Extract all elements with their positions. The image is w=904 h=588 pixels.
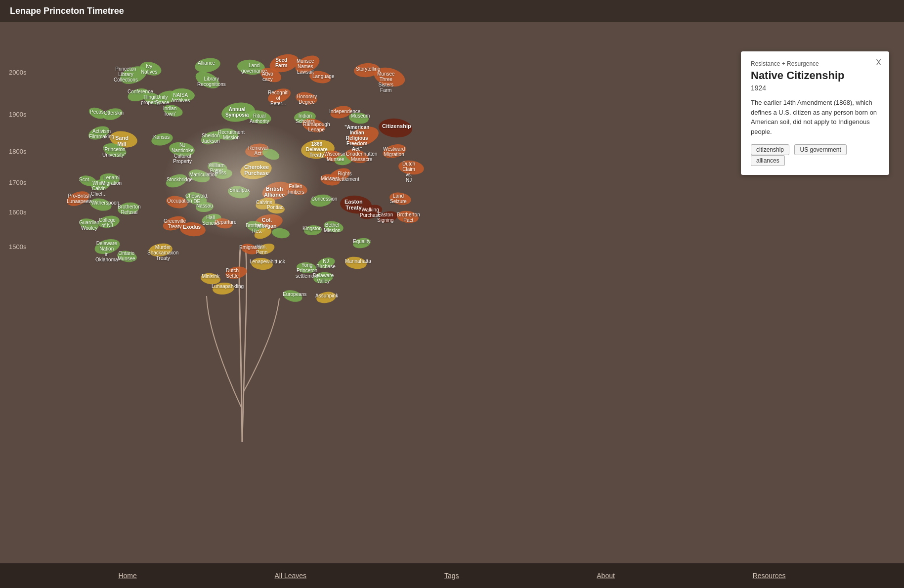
leaf-museum[interactable]: Museum (351, 113, 370, 119)
leaf-land-seizure[interactable]: LandSeizure (390, 193, 407, 204)
leaf-lenami-migration[interactable]: LenamiMigration (101, 175, 122, 186)
leaf-nassau[interactable]: Nassau (196, 203, 213, 209)
leaf-alliance[interactable]: Alliance (198, 60, 215, 66)
leaf-murder-shackamaxon-treaty[interactable]: MurderShackamaxonTreaty (147, 245, 178, 261)
leaf-munsee-names-lawsuit[interactable]: MunseeNamesLawsuit (297, 58, 314, 75)
leaf-smallpox[interactable]: Smallpox (229, 187, 250, 193)
leaf-sand-mill[interactable]: SandMill (115, 135, 129, 147)
leaf-fallen-timbers[interactable]: FallenTimbers (287, 184, 304, 195)
leaf-exodus[interactable]: Exodus (183, 224, 201, 230)
leaf-language[interactable]: Language (312, 74, 335, 79)
leaf-william-potter[interactable]: WilliamPotter (209, 163, 224, 173)
leaf-land-governance[interactable]: Landgovernance (241, 63, 267, 74)
leaf-american-indian-religious-freedom-act[interactable]: "AmericanIndianReligiousFreedomAct" (344, 125, 369, 152)
leaf-delaware-valley[interactable]: DelawareValley (313, 273, 334, 284)
nav-about[interactable]: About (597, 572, 615, 580)
leaf-ramapough-lenape[interactable]: RamapoughLenape (303, 122, 330, 132)
leaf-brotherton-refusal[interactable]: BrothertonRefusal (118, 204, 141, 215)
leaf-hall-seneca[interactable]: HallSeneca (202, 215, 219, 226)
leaf-minisink[interactable]: Minisink (202, 274, 219, 279)
leaf-princeton-university[interactable]: "PrincetonUniversity" (102, 147, 126, 158)
leaf-wm-penn[interactable]: Wm.Penn (256, 244, 267, 255)
leaf-bethel-mission[interactable]: BethelMission (324, 222, 341, 233)
leaf-munsee-three-sisters[interactable]: MunseeThreeSistersFarm (377, 71, 395, 93)
leaf-brotherton-res[interactable]: BrothertonRes. (246, 223, 269, 234)
leaf-gnadenhütten[interactable]: GnadenhüttenMassacre (346, 151, 377, 162)
leaf-easton-treaty[interactable]: EastonTreaty (344, 199, 363, 210)
leaf-indian-town[interactable]: IndianTown' (163, 106, 176, 117)
leaf-kingston[interactable]: Kingston (302, 226, 322, 231)
leaf-seed-farm[interactable]: SeedFarm (275, 57, 287, 68)
leaf-ontario-munsee[interactable]: OntarioMunsee (118, 251, 135, 261)
leaf-guardian-wooley[interactable]: GuardianWooley (79, 220, 99, 231)
leaf-kansas[interactable]: Kansas (153, 134, 170, 140)
leaf-lunaapahkling[interactable]: Lunaapahkling (212, 284, 244, 289)
leaf-citizenship[interactable]: Citizenship (382, 123, 411, 129)
leaf-removal-act[interactable]: RemovalAct (248, 145, 267, 156)
leaf-calvins[interactable]: Calvins (256, 200, 272, 205)
tag-us-government[interactable]: US government (794, 144, 846, 155)
nav-tags[interactable]: Tags (444, 572, 459, 580)
leaf-col-morgan[interactable]: Col.Morgan (257, 217, 277, 229)
nav-resources[interactable]: Resources (753, 572, 786, 580)
leaf-advocacy[interactable]: Advocacy (262, 71, 273, 82)
leaf-lenapewihittuck[interactable]: Lenapewihittuck (250, 259, 285, 264)
leaf-ritual-authority[interactable]: RitualAuthority (250, 113, 269, 124)
leaf-stockbridge[interactable]: Stockbridge (167, 177, 193, 182)
leaf-pro-british-lunaapeew[interactable]: Pro-BritishLunaapeew (67, 193, 92, 204)
leaf-occupation[interactable]: Occupation (167, 198, 192, 204)
leaf-concession[interactable]: Concession (311, 196, 337, 202)
leaf-honorary-degree[interactable]: HonoraryDegree (297, 94, 317, 105)
leaf-matriculation[interactable]: Matriculation (189, 172, 217, 177)
leaf-witherspoon[interactable]: Witherspoon (91, 200, 119, 206)
leaf-conference[interactable]: Conference (128, 89, 153, 94)
nav-home[interactable]: Home (118, 572, 136, 580)
leaf-sheldon-jackson[interactable]: SheldonJackson (202, 133, 220, 144)
leaf-delaware-nation-oklahoma[interactable]: DelawareNationinOklahoma (95, 241, 118, 262)
leaf-library-recognitions[interactable]: LibraryRecognitions (197, 76, 226, 87)
leaf-british-alliance[interactable]: BritishAlliance (264, 186, 285, 198)
leaf-1866-delaware-treaty[interactable]: 1866DelawareTreaty (306, 141, 328, 158)
close-panel-button[interactable]: X (876, 58, 881, 67)
leaf-cherokee-purchase[interactable]: CherokeePurchase (244, 164, 269, 176)
leaf-walking-purchase[interactable]: WalkingPurchase (360, 207, 381, 218)
tag-citizenship[interactable]: citizenship (751, 144, 789, 155)
leaf-westward-migration[interactable]: WestwardMigration (383, 146, 405, 157)
leaf-brotherton-pact[interactable]: BrothertonPact (397, 212, 420, 223)
leaf-annual-symposia[interactable]: AnnualSymposia (225, 107, 249, 118)
leaf-nj-birchase[interactable]: NJBirchase (316, 258, 336, 269)
leaf-scot[interactable]: Scot... (79, 177, 93, 182)
leaf-cheswold-de[interactable]: Cheswold,DE (185, 193, 209, 204)
leaf-otterskin[interactable]: Otterskin (104, 110, 124, 116)
leaf-naisa-archives[interactable]: NAISAArchives (171, 92, 190, 103)
leaf-white-calvin[interactable]: WhiteCalvinChief... (91, 180, 107, 197)
leaf-yong-princeton-settlement[interactable]: YongPrincetonsettlement (296, 262, 318, 279)
leaf-unity-space[interactable]: UnitySpace (155, 94, 169, 105)
leaf-rights-resettlement[interactable]: RightsResettlement (330, 171, 359, 182)
leaf-nj-nanticoke[interactable]: NJNanticokeCulturalProperty (172, 142, 193, 164)
leaf-greenville-treaty[interactable]: GreenvilleTreaty (164, 218, 186, 229)
leaf-easton-signing[interactable]: EastonSigning (377, 212, 393, 223)
leaf-pecos[interactable]: Pecos (90, 109, 104, 115)
leaf-activism-filmmaking[interactable]: ActivismFilmmaking (89, 128, 114, 139)
leaf-dutch-settle[interactable]: DutchSettle (226, 268, 239, 279)
leaf-recruitment-mission[interactable]: RecruitmentMission (218, 129, 245, 140)
leaf-recognition-peter[interactable]: RecognitiofPeter... (268, 90, 289, 106)
leaf-wisconsin-munsee[interactable]: WisconsinMunsee (324, 151, 347, 162)
leaf-dutch-claim-nj[interactable]: DutchClaimvs.NJ (402, 161, 415, 183)
leaf-europeans[interactable]: Europeans (283, 292, 306, 297)
leaf-tlingit-property[interactable]: Tlingitproperty (141, 94, 159, 105)
leaf-pontiac[interactable]: Pontiac (267, 205, 283, 210)
leaf-midwest[interactable]: Midwest (321, 176, 339, 181)
leaf-mannahatta[interactable]: Mannahatta (345, 258, 371, 264)
leaf-departure[interactable]: Departure (215, 219, 236, 225)
leaf-college-nj[interactable]: Collegeof NJ (99, 217, 116, 228)
leaf-ross[interactable]: Ross (215, 170, 226, 175)
leaf-assunpink[interactable]: Assunpink (315, 293, 338, 298)
leaf-equality[interactable]: Equality (353, 239, 371, 244)
leaf-emigration[interactable]: Emigration (239, 245, 263, 250)
leaf-independence[interactable]: Independence (329, 109, 360, 114)
leaf-storytelling[interactable]: Storytelling (356, 66, 380, 72)
nav-all-leaves[interactable]: All Leaves (275, 572, 307, 580)
leaf-princeton-library[interactable]: PrincetonLibraryCollections (114, 66, 138, 83)
